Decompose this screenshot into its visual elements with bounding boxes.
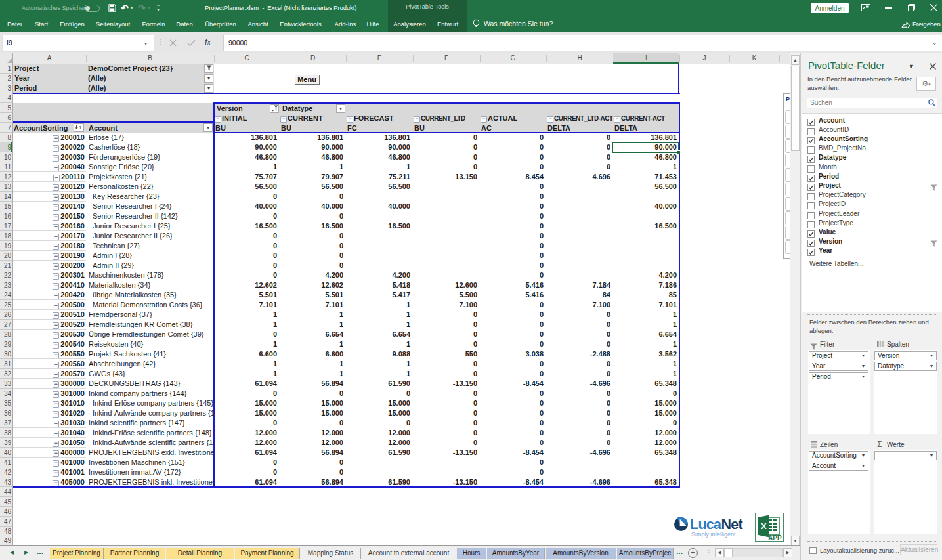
svg-text:1: 1: [79, 125, 82, 131]
svg-text:X: X: [761, 521, 767, 531]
svg-text:APP: APP: [768, 534, 782, 541]
svg-text:Simply intelligent.: Simply intelligent.: [691, 531, 737, 538]
svg-text:LucaNet: LucaNet: [690, 517, 742, 532]
